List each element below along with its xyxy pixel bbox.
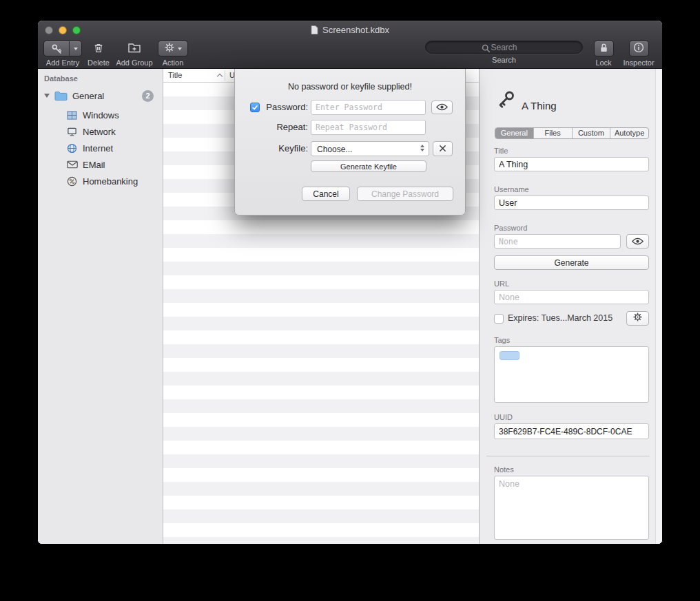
password-field[interactable]: [494, 234, 621, 249]
add-entry-dropdown-arrow[interactable]: [70, 41, 81, 56]
column-header-title[interactable]: Title: [168, 71, 182, 79]
username-field[interactable]: [494, 196, 649, 210]
sidebar-item-label: Network: [83, 127, 116, 137]
inspector-scrollbar[interactable]: [655, 69, 662, 544]
tab-general[interactable]: General: [495, 128, 533, 138]
generate-keyfile-button[interactable]: Generate Keyfile: [311, 160, 426, 172]
globe-icon: [66, 143, 78, 154]
generate-button-label: Generate: [554, 258, 588, 268]
keyfile-label: Keyfile:: [256, 143, 308, 154]
sidebar-item-network[interactable]: Network: [38, 123, 163, 140]
generate-keyfile-label: Generate Keyfile: [340, 162, 397, 171]
action-button[interactable]: [158, 41, 188, 56]
search-input[interactable]: [426, 41, 582, 53]
title-field[interactable]: [494, 157, 649, 171]
toolbar-search: Search: [425, 41, 583, 64]
change-password-sheet: No password or keyfile supplied! Passwor…: [234, 69, 466, 215]
sidebar-item-label: Internet: [83, 143, 113, 154]
sidebar-item-windows[interactable]: Windows: [38, 107, 163, 123]
sort-ascending-icon: [217, 74, 223, 79]
gear-icon: [632, 312, 643, 325]
notes-field[interactable]: [494, 476, 649, 540]
inspector-panel: A Thing General Files Custom Autotype Ti…: [479, 69, 662, 544]
close-icon: [439, 143, 446, 155]
entry-count-badge: 2: [142, 90, 154, 102]
url-field-label: URL: [494, 280, 509, 288]
keyfile-popup[interactable]: Choose...: [311, 141, 429, 156]
sidebar-item-email[interactable]: EMail: [38, 156, 163, 173]
notes-label: Notes: [494, 465, 514, 474]
folder-plus-icon: [127, 41, 141, 56]
reveal-password-button[interactable]: [431, 101, 453, 114]
sidebar-group-general[interactable]: General 2: [38, 87, 163, 104]
window-title: Screenshot.kdbx: [322, 25, 389, 35]
toolbar-inspector: Inspector: [619, 41, 659, 67]
sidebar-item-label: Homebanking: [83, 176, 138, 187]
add-entry-button[interactable]: [43, 41, 82, 56]
action-dropdown-arrow: [178, 48, 182, 50]
sheet-message: No password or keyfile supplied!: [235, 82, 465, 92]
sidebar-item-label: EMail: [83, 160, 105, 170]
password-field-label: Password: [494, 224, 527, 232]
generate-password-button[interactable]: Generate: [494, 255, 649, 270]
sidebar-group-label: General: [72, 91, 104, 101]
windows-icon: [66, 110, 78, 120]
tags-label: Tags: [494, 336, 510, 344]
cancel-button-label: Cancel: [313, 189, 338, 199]
entry-title: A Thing: [522, 100, 557, 112]
inspector-label: Inspector: [623, 59, 654, 67]
uuid-field[interactable]: [494, 423, 649, 439]
gear-icon: [164, 42, 175, 56]
envelope-icon: [66, 160, 78, 169]
repeat-password-input[interactable]: [311, 120, 426, 135]
inspector-tabs: General Files Custom Autotype: [495, 127, 649, 139]
expires-label: Expires: Tues...March 2015: [508, 313, 612, 323]
search-label: Search: [492, 56, 516, 64]
tab-files[interactable]: Files: [533, 128, 572, 138]
change-password-label: Change Password: [371, 189, 439, 199]
password-input[interactable]: [311, 100, 426, 115]
tab-autotype[interactable]: Autotype: [610, 128, 648, 138]
delete-label: Delete: [88, 59, 110, 67]
screen: Screenshot.kdbx Add Entry: [0, 0, 700, 601]
toolbar-action: Action: [156, 41, 189, 67]
disclosure-triangle-icon[interactable]: [44, 94, 50, 98]
add-entry-label: Add Entry: [46, 59, 79, 67]
sidebar: Database General 2 Windows: [38, 69, 163, 544]
eye-icon: [632, 235, 644, 248]
key-icon: [44, 41, 70, 56]
keyfile-popup-value: Choose...: [317, 145, 352, 154]
lock-button[interactable]: [594, 41, 614, 56]
network-icon: [66, 127, 78, 137]
info-icon: [633, 42, 644, 56]
add-group-button[interactable]: [124, 41, 145, 56]
username-field-label: Username: [494, 185, 529, 193]
tags-box[interactable]: [494, 346, 649, 403]
delete-button[interactable]: [89, 41, 108, 56]
add-group-label: Add Group: [116, 59, 152, 67]
sidebar-item-homebanking[interactable]: Homebanking: [38, 173, 163, 189]
action-label: Action: [163, 59, 184, 67]
change-password-button[interactable]: Change Password: [357, 187, 453, 201]
lock-icon: [599, 42, 609, 56]
reveal-password-button[interactable]: [626, 234, 649, 249]
document-proxy-icon: [311, 25, 318, 34]
inspector-button[interactable]: [629, 41, 649, 56]
clear-keyfile-button[interactable]: [433, 141, 453, 156]
tag-token[interactable]: [500, 351, 519, 360]
tab-custom[interactable]: Custom: [572, 128, 610, 138]
expires-settings-button[interactable]: [626, 311, 649, 326]
toolbar-delete: Delete: [85, 41, 112, 67]
folder-icon: [54, 91, 68, 101]
window-chrome: Screenshot.kdbx Add Entry: [38, 21, 662, 69]
entry-key-icon: [497, 89, 516, 113]
repeat-label: Repeat:: [256, 122, 308, 132]
expires-checkbox[interactable]: [494, 314, 504, 324]
cancel-button[interactable]: Cancel: [302, 187, 350, 201]
column-divider[interactable]: [225, 70, 225, 81]
sidebar-item-internet[interactable]: Internet: [38, 140, 163, 156]
eye-icon: [436, 101, 448, 114]
url-field[interactable]: [494, 290, 649, 304]
search-field[interactable]: [425, 41, 583, 54]
sidebar-item-label: Windows: [83, 110, 119, 120]
